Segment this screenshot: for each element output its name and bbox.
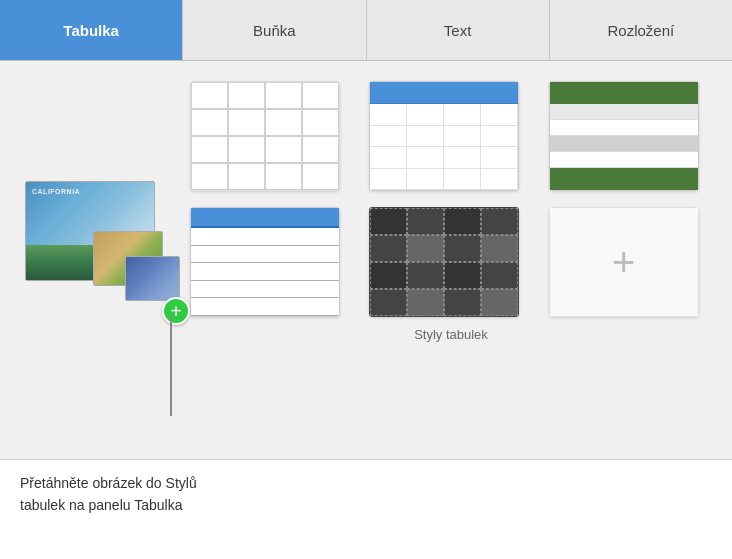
tooltip-text: Přetáhněte obrázek do Stylů tabulek na p… — [20, 472, 197, 517]
main-content: + Styly tabulek + Přetáhněte obráze — [0, 61, 732, 559]
photo-sky — [125, 256, 180, 301]
tab-tabulka[interactable]: Tabulka — [0, 0, 183, 60]
table-style-plain[interactable] — [190, 81, 340, 191]
add-style-plus-icon: + — [549, 207, 699, 317]
tab-text[interactable]: Text — [367, 0, 550, 60]
styles-grid: + — [190, 81, 712, 317]
table-style-lined[interactable] — [190, 207, 340, 317]
tab-rozlozeni[interactable]: Rozložení — [550, 0, 732, 60]
tab-bunka[interactable]: Buňka — [183, 0, 366, 60]
table-style-green[interactable] — [549, 81, 699, 191]
arrow-line — [170, 316, 172, 416]
tooltip-area: Přetáhněte obrázek do Stylů tabulek na p… — [0, 459, 732, 559]
add-photo-badge[interactable]: + — [162, 297, 190, 325]
table-style-blue[interactable] — [369, 81, 519, 191]
table-style-custom[interactable]: + — [549, 207, 699, 317]
table-style-dark[interactable] — [369, 207, 519, 317]
image-stack[interactable]: + — [25, 181, 180, 311]
styles-label: Styly tabulek — [190, 327, 712, 342]
tab-bar: Tabulka Buňka Text Rozložení — [0, 0, 732, 61]
